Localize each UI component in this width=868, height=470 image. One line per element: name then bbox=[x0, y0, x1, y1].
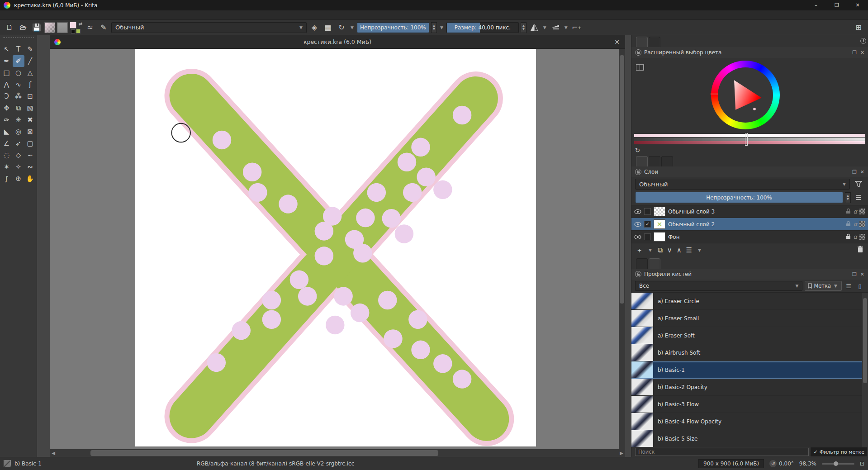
tool-move[interactable]: ✥ bbox=[1, 102, 13, 114]
eraser-mode-icon[interactable]: ◈ bbox=[308, 22, 320, 33]
lock-icon[interactable] bbox=[635, 169, 641, 175]
docker-tab[interactable] bbox=[636, 156, 648, 166]
tool-reference-images[interactable]: ➶ bbox=[13, 138, 24, 149]
detail-view-icon[interactable]: ▯ bbox=[855, 281, 864, 290]
scrollbar-thumb[interactable] bbox=[90, 450, 438, 456]
foreground-background-colors[interactable]: ⇄ bbox=[70, 22, 82, 33]
layer-row[interactable]: Фон α bbox=[631, 231, 868, 243]
move-layer-up-icon[interactable]: ∧ bbox=[677, 246, 682, 254]
scroll-right-icon[interactable]: ▶ bbox=[618, 451, 625, 456]
scroll-left-icon[interactable]: ◀ bbox=[50, 451, 57, 456]
lock-icon[interactable] bbox=[635, 271, 641, 277]
tool-select-polygonal[interactable]: ◇ bbox=[13, 149, 24, 161]
tool-polygon[interactable]: △ bbox=[24, 67, 36, 79]
brush-preset-row[interactable]: b) Basic-1 bbox=[631, 361, 868, 379]
canvas-horizontal-scrollbar[interactable]: ◀ ▶ bbox=[50, 449, 625, 457]
shade-bar-light[interactable] bbox=[634, 134, 865, 137]
docker-tab[interactable] bbox=[649, 37, 660, 47]
shade-bar-handle[interactable] bbox=[745, 133, 748, 146]
chevron-down-icon[interactable]: ▼ bbox=[647, 248, 653, 252]
hue-ring[interactable] bbox=[711, 61, 780, 129]
layer-lock-icon[interactable] bbox=[846, 208, 851, 215]
current-brush-icon[interactable] bbox=[4, 460, 11, 467]
tool-freehand-path[interactable]: ʃ bbox=[24, 79, 36, 90]
foreground-color[interactable] bbox=[70, 22, 76, 28]
tool-rectangle[interactable]: □ bbox=[1, 67, 13, 79]
tool-crop[interactable]: ⧉ bbox=[13, 102, 24, 114]
alpha-lock-icon[interactable]: α bbox=[853, 221, 857, 228]
preset-list-scrollbar[interactable] bbox=[862, 293, 868, 447]
menu-item[interactable] bbox=[92, 10, 102, 20]
layer-properties-icon[interactable]: ☰ bbox=[686, 246, 692, 254]
close-button[interactable]: ✕ bbox=[847, 0, 868, 10]
brush-preset-row[interactable]: b) Basic-4 Flow Opacity bbox=[631, 413, 868, 430]
tool-color-sampler[interactable]: ✑ bbox=[1, 114, 13, 126]
tool-select-rectangular[interactable]: ▢ bbox=[24, 138, 36, 149]
chevron-down-icon[interactable]: ▼ bbox=[697, 248, 702, 252]
tool-dynamic-brush[interactable]: Ɔ bbox=[1, 90, 13, 102]
menu-item[interactable] bbox=[72, 10, 82, 20]
menu-item[interactable] bbox=[43, 10, 52, 20]
rotation-icon[interactable]: ↺ bbox=[769, 460, 777, 467]
move-layer-down-icon[interactable]: ∨ bbox=[667, 246, 672, 254]
tool-zoom[interactable]: ⊕ bbox=[13, 173, 24, 185]
save-icon[interactable]: 💾 bbox=[31, 22, 43, 33]
brush-preset-row[interactable]: b) Basic-2 Opacity bbox=[631, 379, 868, 396]
layer-visibility-icon[interactable] bbox=[634, 221, 641, 228]
brush-preset-row[interactable]: a) Eraser Soft bbox=[631, 327, 868, 344]
brush-preset-row[interactable]: a) Eraser Small bbox=[631, 310, 868, 327]
chevron-down-icon[interactable]: ▼ bbox=[542, 25, 548, 30]
tool-calligraphy[interactable]: ✒ bbox=[1, 55, 13, 67]
tool-measure[interactable]: ∠ bbox=[1, 138, 13, 149]
menu-item[interactable] bbox=[62, 10, 72, 20]
blending-mode-select[interactable]: Обычный▼ bbox=[111, 22, 307, 33]
layer-visibility-icon[interactable] bbox=[634, 233, 641, 241]
size-spinner[interactable]: ▲▼ bbox=[521, 22, 526, 33]
snap-icon[interactable]: ⌐+ bbox=[571, 22, 583, 33]
close-docker-icon[interactable]: ✕ bbox=[860, 169, 864, 175]
layer-lock-icon[interactable] bbox=[846, 233, 851, 241]
layer-lock-icon[interactable] bbox=[846, 221, 851, 228]
duplicate-layer-icon[interactable]: ⧉ bbox=[658, 246, 663, 254]
docker-tab[interactable] bbox=[649, 156, 660, 166]
layer-active-checkbox[interactable] bbox=[644, 208, 651, 215]
docker-tab[interactable] bbox=[661, 156, 673, 166]
tag-filter-select[interactable]: Все▼ bbox=[635, 281, 802, 291]
tool-select-bezier[interactable]: ∾ bbox=[24, 161, 36, 173]
tool-colorize-mask[interactable]: ✖ bbox=[24, 114, 36, 126]
menu-item[interactable] bbox=[13, 10, 23, 20]
zoom-slider-thumb[interactable] bbox=[834, 461, 838, 466]
tool-smart-patch[interactable]: ✳ bbox=[13, 114, 24, 126]
shade-bar-red[interactable] bbox=[634, 141, 865, 144]
saturation-value-triangle[interactable] bbox=[728, 77, 763, 113]
tool-multibrush[interactable]: ⁂ bbox=[13, 90, 24, 102]
filter-by-tag-toggle[interactable]: ✓ Фильтр по метке bbox=[811, 447, 867, 456]
tool-bezier-curve[interactable]: ∿ bbox=[13, 79, 24, 90]
color-space-button[interactable] bbox=[636, 64, 644, 71]
list-view-icon[interactable]: ☰ bbox=[844, 281, 853, 290]
reset-color-icon[interactable]: ↻ bbox=[635, 147, 640, 154]
brush-presets-icon[interactable]: ≈ bbox=[84, 22, 96, 33]
mirror-vertical-icon[interactable] bbox=[550, 22, 561, 33]
tag-button[interactable]: Метка ▼ bbox=[805, 281, 842, 291]
menu-item[interactable] bbox=[23, 10, 33, 20]
menu-item[interactable] bbox=[82, 10, 92, 20]
tool-edit-shapes[interactable]: ✎ bbox=[24, 43, 36, 55]
shade-bar-gray[interactable] bbox=[634, 138, 865, 141]
brush-preset-row[interactable]: a) Eraser Circle bbox=[631, 293, 868, 310]
layer-active-checkbox[interactable] bbox=[644, 221, 651, 228]
alpha-lock-icon[interactable]: α bbox=[853, 208, 857, 215]
delete-layer-icon[interactable] bbox=[857, 246, 863, 255]
swap-colors-icon[interactable]: ⇄ bbox=[79, 21, 82, 26]
tool-polyline[interactable]: ⋀ bbox=[1, 79, 13, 90]
brush-preset-row[interactable]: b) Basic-3 Flow bbox=[631, 396, 868, 413]
edit-brush-settings-icon[interactable]: ✎ bbox=[98, 22, 109, 33]
inherit-alpha-icon[interactable] bbox=[859, 234, 865, 240]
color-selector-dot[interactable] bbox=[753, 107, 756, 111]
tool-select-magnetic[interactable]: ∫ bbox=[1, 173, 13, 185]
layer-opacity-spinner[interactable]: ▲▼ bbox=[845, 192, 851, 203]
tool-select-freehand[interactable]: ∽ bbox=[24, 149, 36, 161]
tool-fill[interactable]: ◣ bbox=[1, 126, 13, 138]
tool-transform[interactable]: ⊡ bbox=[24, 90, 36, 102]
brush-preset-row[interactable]: b) Airbrush Soft bbox=[631, 344, 868, 361]
